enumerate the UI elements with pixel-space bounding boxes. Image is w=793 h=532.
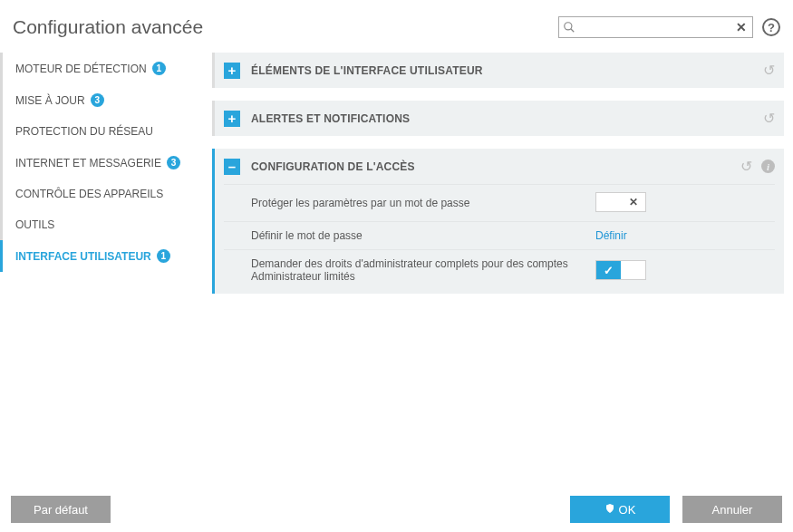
search-clear-icon[interactable]: ✕ bbox=[730, 20, 752, 34]
badge: 1 bbox=[157, 249, 170, 263]
shield-icon bbox=[604, 503, 615, 517]
badge: 1 bbox=[152, 62, 166, 75]
badge: 3 bbox=[91, 93, 104, 107]
section-header-access[interactable]: CONFIGURATION DE L'ACCÈS ↺ i bbox=[215, 149, 784, 184]
define-password-link[interactable]: Définir bbox=[595, 229, 627, 242]
sidebar-item-label: PROTECTION DU RÉSEAU bbox=[15, 125, 153, 138]
section-access: CONFIGURATION DE L'ACCÈS ↺ i Protéger le… bbox=[212, 149, 784, 294]
toggle-admin-rights[interactable] bbox=[595, 260, 646, 280]
section-title: ÉLÉMENTS DE L'INTERFACE UTILISATEUR bbox=[251, 64, 752, 77]
sidebar-item-label: CONTRÔLE DES APPAREILS bbox=[15, 188, 163, 200]
sidebar-item-label: INTERFACE UTILISATEUR bbox=[15, 250, 151, 263]
row-protect-password: Protéger les paramètres par un mot de pa… bbox=[224, 184, 775, 221]
section-ui-elements: ÉLÉMENTS DE L'INTERFACE UTILISATEUR ↺ bbox=[212, 53, 784, 88]
row-define-password: Définir le mot de passe Définir bbox=[224, 221, 775, 249]
row-admin-rights: Demander des droits d'administrateur com… bbox=[224, 249, 775, 290]
section-header-alerts[interactable]: ALERTES ET NOTIFICATIONS ↺ bbox=[215, 101, 784, 136]
expand-icon[interactable] bbox=[224, 63, 240, 79]
sidebar-item-network-protection[interactable]: PROTECTION DU RÉSEAU bbox=[0, 116, 208, 147]
svg-line-1 bbox=[571, 29, 575, 33]
sidebar-item-internet-messaging[interactable]: INTERNET ET MESSAGERIE 3 bbox=[0, 147, 208, 179]
search-box[interactable]: ✕ bbox=[558, 16, 753, 38]
sidebar-item-update[interactable]: MISE À JOUR 3 bbox=[0, 84, 208, 116]
content: ÉLÉMENTS DE L'INTERFACE UTILISATEUR ↺ AL… bbox=[208, 47, 793, 473]
svg-point-0 bbox=[565, 23, 572, 30]
row-label: Demander des droits d'administrateur com… bbox=[251, 257, 586, 283]
sidebar-item-label: OUTILS bbox=[15, 218, 54, 231]
section-title: ALERTES ET NOTIFICATIONS bbox=[251, 112, 752, 125]
default-button[interactable]: Par défaut bbox=[11, 496, 111, 523]
sidebar: MOTEUR DE DÉTECTION 1 MISE À JOUR 3 PROT… bbox=[0, 47, 208, 473]
sidebar-item-detection-engine[interactable]: MOTEUR DE DÉTECTION 1 bbox=[0, 53, 208, 84]
row-label: Définir le mot de passe bbox=[251, 229, 586, 242]
section-alerts: ALERTES ET NOTIFICATIONS ↺ bbox=[212, 101, 784, 136]
reset-icon[interactable]: ↺ bbox=[740, 158, 752, 175]
section-header-ui-elements[interactable]: ÉLÉMENTS DE L'INTERFACE UTILISATEUR ↺ bbox=[215, 53, 784, 88]
info-icon[interactable]: i bbox=[761, 160, 775, 173]
toggle-on-half bbox=[596, 261, 621, 279]
toggle-off-half bbox=[621, 261, 645, 279]
toggle-on-half bbox=[596, 193, 621, 211]
reset-icon[interactable]: ↺ bbox=[763, 110, 775, 127]
toggle-protect-password[interactable] bbox=[595, 192, 646, 212]
page-title: Configuration avancée bbox=[13, 16, 203, 38]
sidebar-item-user-interface[interactable]: INTERFACE UTILISATEUR 1 bbox=[0, 240, 208, 272]
sidebar-item-label: MOTEUR DE DÉTECTION bbox=[15, 63, 147, 75]
sidebar-item-tools[interactable]: OUTILS bbox=[0, 209, 208, 240]
ok-button[interactable]: OK bbox=[570, 496, 670, 523]
search-input[interactable] bbox=[575, 21, 730, 34]
search-icon bbox=[563, 21, 575, 34]
section-body: Protéger les paramètres par un mot de pa… bbox=[215, 184, 784, 294]
cancel-button[interactable]: Annuler bbox=[682, 496, 782, 523]
collapse-icon[interactable] bbox=[224, 159, 240, 175]
sidebar-item-label: INTERNET ET MESSAGERIE bbox=[15, 157, 161, 169]
toggle-off-half bbox=[621, 193, 645, 211]
sidebar-item-device-control[interactable]: CONTRÔLE DES APPAREILS bbox=[0, 179, 208, 209]
expand-icon[interactable] bbox=[224, 111, 240, 127]
footer: Par défaut OK Annuler bbox=[0, 496, 793, 523]
sidebar-item-label: MISE À JOUR bbox=[15, 94, 85, 107]
section-title: CONFIGURATION DE L'ACCÈS bbox=[251, 160, 730, 173]
ok-button-label: OK bbox=[619, 503, 636, 517]
row-label: Protéger les paramètres par un mot de pa… bbox=[251, 197, 586, 209]
reset-icon[interactable]: ↺ bbox=[763, 62, 775, 79]
badge: 3 bbox=[167, 156, 180, 169]
help-icon[interactable]: ? bbox=[762, 18, 780, 36]
